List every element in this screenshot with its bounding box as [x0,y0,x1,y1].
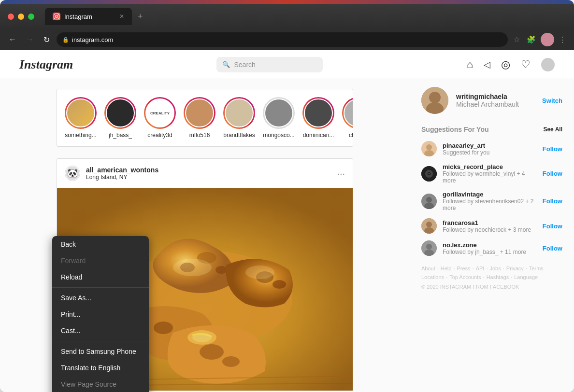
search-icon: 🔍 [222,61,230,68]
close-button[interactable] [8,14,14,20]
active-tab[interactable]: Instagram ✕ [45,8,132,25]
profile-icon[interactable] [541,58,555,71]
context-menu-send-samsung[interactable]: Send to Samsung Phone [52,343,149,360]
footer-link-hashtags[interactable]: Hashtags [487,274,509,280]
story-item[interactable]: chonky [342,97,353,139]
suggestion-username[interactable]: pinaearley_art [443,142,537,149]
context-menu-forward: Forward [52,252,149,269]
suggestion-username[interactable]: francarosa1 [443,219,537,226]
browser-gradient [0,0,574,4]
suggestion-info: pinaearley_art Suggested for you [443,142,537,156]
suggestions-title: Suggestions For You [421,126,489,133]
context-menu-translate[interactable]: Translate to English [52,360,149,376]
suggestion-avatar[interactable] [421,240,437,256]
suggestion-avatar[interactable] [421,141,437,156]
forward-button[interactable]: → [23,33,37,46]
suggestion-info: francarosa1 Followed by noochierock + 3 … [443,219,537,233]
svg-point-7 [273,280,286,289]
follow-button[interactable]: Follow [543,197,562,205]
context-menu-back[interactable]: Back [52,236,149,252]
context-menu: Back Forward Reload Save As... Print... … [52,236,149,392]
bookmark-button[interactable]: ☆ [512,33,522,46]
search-bar[interactable]: 🔍 Search [216,57,323,72]
suggestion-username[interactable]: micks_record_place [443,163,537,170]
tab-title: Instagram [64,13,92,20]
svg-point-31 [426,222,432,227]
minimize-button[interactable] [18,14,24,20]
address-bar[interactable]: 🔒 instagram.com [57,32,508,47]
svg-point-9 [200,344,224,360]
back-button[interactable]: ← [6,33,19,46]
maximize-button[interactable] [28,14,34,20]
post-avatar-image: 🐼 [66,167,79,180]
new-tab-button[interactable]: + [136,10,145,24]
suggestion-item: micks_record_place Followed by wormhole_… [421,163,562,184]
story-item[interactable]: brandtflakes [223,97,255,139]
url-text: instagram.com [72,36,113,43]
suggestion-avatar[interactable] [421,218,437,234]
suggestion-item: francarosa1 Followed by noochierock + 3 … [421,218,562,234]
reload-button[interactable]: ↻ [41,33,53,46]
svg-point-10 [222,356,240,367]
sidebar-username[interactable]: writingmichaela [456,93,534,100]
story-item[interactable]: mflo516 [184,97,215,139]
story-item[interactable]: dominican... [302,97,334,139]
footer-link-top-accounts[interactable]: Top Accounts [449,274,481,280]
svg-point-34 [426,244,432,250]
suggestion-username[interactable]: no.lex.zone [443,241,537,249]
suggestion-sub: Followed by wormhole_vinyl + 4 more [443,170,537,184]
footer-link-press[interactable]: Press [457,266,471,271]
suggestion-avatar[interactable] [421,194,437,209]
see-all-button[interactable]: See All [543,126,562,133]
story-username: mongosco... [263,132,294,139]
follow-button[interactable]: Follow [543,145,562,153]
footer-link-api[interactable]: API [476,266,485,271]
story-item[interactable]: something... [65,97,97,139]
footer-link-row: About· Help· Press· API· Jobs· Privacy· … [421,266,562,271]
suggestion-sub: Suggested for you [443,149,537,156]
post-avatar[interactable]: 🐼 [65,166,80,181]
footer-link-about[interactable]: About [421,266,435,271]
suggestion-avatar[interactable] [421,166,437,182]
suggestion-username[interactable]: gorillavintage [443,191,537,198]
follow-button[interactable]: Follow [543,170,562,177]
svg-point-8 [154,322,173,334]
heart-icon[interactable]: ♡ [521,58,531,71]
story-username: brandtflakes [223,132,255,139]
context-menu-cast[interactable]: Cast... [52,322,149,339]
footer-link-help[interactable]: Help [441,266,452,271]
sidebar-avatar[interactable] [421,87,448,114]
footer-link-locations[interactable]: Locations [421,274,444,280]
context-menu-view-source[interactable]: View Page Source [52,376,149,392]
story-username: creality3d [147,132,172,139]
explore-icon[interactable]: ◎ [501,58,510,71]
svg-point-13 [173,259,212,276]
menu-button[interactable]: ⋮ [557,33,568,46]
nav-bar: ← → ↻ 🔒 instagram.com ☆ 🧩 ⋮ [0,29,574,50]
story-item[interactable]: mongosco... [263,97,295,139]
follow-button[interactable]: Follow [543,245,562,252]
search-placeholder: Search [234,61,255,69]
footer-link-language[interactable]: Language [514,274,538,280]
tab-favicon [53,13,60,20]
footer-link-jobs[interactable]: Jobs [489,266,501,271]
user-avatar[interactable] [541,33,554,46]
follow-button[interactable]: Follow [543,223,562,230]
story-item[interactable]: jh_bass_ [104,97,136,139]
footer-link-terms[interactable]: Terms [529,266,544,271]
post-username[interactable]: all_american_wontons [86,166,331,174]
lock-icon: 🔒 [62,37,69,43]
svg-point-5 [215,266,227,274]
send-icon[interactable]: ◁ [484,59,490,70]
footer-link-privacy[interactable]: Privacy [506,266,524,271]
context-menu-print[interactable]: Print... [52,306,149,322]
extension-button[interactable]: 🧩 [525,33,538,46]
context-menu-save-as[interactable]: Save As... [52,290,149,306]
story-item[interactable]: CREALITY creality3d [144,97,176,139]
tab-close-button[interactable]: ✕ [119,13,124,20]
home-icon[interactable]: ⌂ [467,58,473,71]
svg-point-28 [426,197,432,203]
context-menu-reload[interactable]: Reload [52,269,149,285]
switch-button[interactable]: Switch [542,97,562,104]
post-more-button[interactable]: ··· [337,168,345,179]
